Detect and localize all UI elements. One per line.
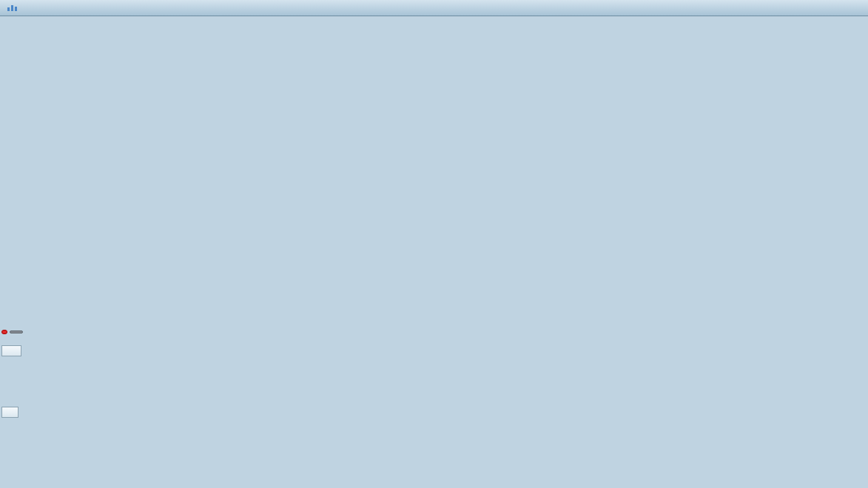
chart-window bbox=[0, 0, 868, 488]
smi-indicator-label[interactable] bbox=[1, 407, 18, 418]
title-bar bbox=[0, 0, 868, 16]
mini-candles-icon bbox=[7, 5, 17, 11]
smi-icon bbox=[4, 408, 10, 416]
macd-icon bbox=[4, 347, 13, 355]
prorealtime-logo bbox=[1, 330, 23, 334]
ig-logo-icon bbox=[1, 330, 7, 334]
legend-row bbox=[0, 16, 868, 33]
prorealtime-wordmark bbox=[10, 331, 23, 333]
macd-indicator-label[interactable] bbox=[1, 345, 21, 356]
chart-canvas[interactable] bbox=[0, 0, 868, 488]
demo-badge bbox=[2, 5, 17, 11]
